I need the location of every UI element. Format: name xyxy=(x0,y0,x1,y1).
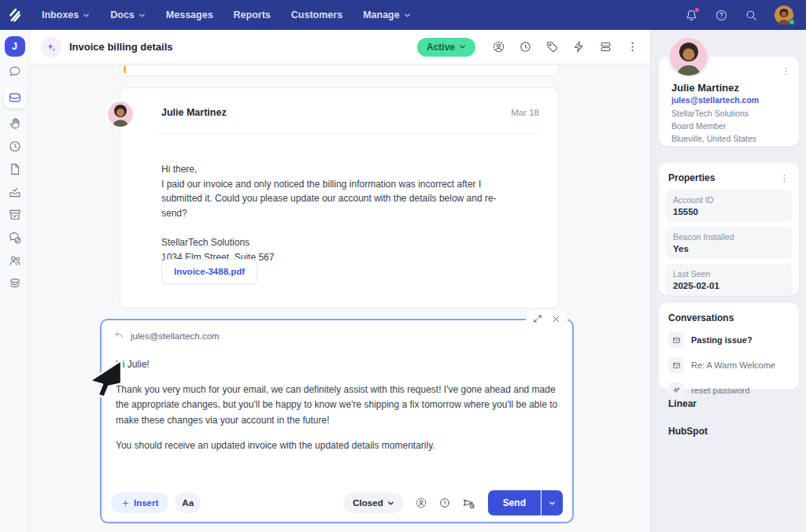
customers-icon[interactable] xyxy=(7,253,23,268)
composer-window-controls xyxy=(526,310,568,327)
customer-profile-card: Julie Martinez jules@stellartech.com Ste… xyxy=(659,57,799,146)
conversations-card: Conversations Pasting issue? Re: A Warm … xyxy=(659,303,799,390)
inbox-icon-selected[interactable] xyxy=(4,87,26,109)
snooze-clock-icon[interactable] xyxy=(519,40,532,54)
chevron-down-icon xyxy=(83,12,90,19)
inbox-check-icon[interactable] xyxy=(7,184,23,200)
message-date[interactable]: Mar 18 xyxy=(511,108,539,117)
sparkle-icon xyxy=(668,382,684,398)
snooze-reply-icon[interactable] xyxy=(438,497,451,509)
tag-icon[interactable] xyxy=(545,40,559,54)
property-label: Account ID xyxy=(673,195,785,205)
message-header: Julie Martinez Mar 18 xyxy=(161,107,539,118)
nav-label: Reports xyxy=(234,9,271,20)
property-account-id[interactable]: Account ID 15550 xyxy=(665,190,793,222)
waving-hand-icon[interactable] xyxy=(7,116,23,131)
conversation-pane: Invoice billing details Active xyxy=(30,30,650,532)
property-last-seen[interactable]: Last Seen 2025-02-01 xyxy=(665,264,793,296)
integration-section-hubspot[interactable]: HubSpot xyxy=(668,426,708,437)
workspace-avatar[interactable]: J xyxy=(5,36,25,57)
customer-role: Board Member xyxy=(671,121,756,131)
reply-recipient-row[interactable]: jules@stellartech.com xyxy=(102,320,572,348)
conversations-header: Conversations xyxy=(659,303,799,330)
collections-icon[interactable] xyxy=(7,275,23,291)
schedule-send-icon[interactable] xyxy=(462,497,475,510)
logo-icon xyxy=(6,6,24,24)
properties-title: Properties xyxy=(668,172,715,183)
previous-note-card-partial[interactable] xyxy=(120,65,559,76)
assign-reply-icon[interactable] xyxy=(415,497,427,509)
send-status-label: Closed xyxy=(353,498,383,508)
conversation-list-item[interactable]: Re: A Warm Welcome xyxy=(659,355,799,380)
composer-text-area[interactable]: Hi Julie! Thank you very much for your e… xyxy=(102,348,572,453)
property-value: 2025-02-01 xyxy=(673,281,785,290)
more-options-icon[interactable] xyxy=(626,40,639,54)
details-sidebar: Julie Martinez jules@stellartech.com Ste… xyxy=(650,30,806,532)
chevron-down-icon xyxy=(404,12,411,19)
send-button[interactable]: Send xyxy=(488,490,541,515)
send-status-dropdown[interactable]: Closed xyxy=(343,493,403,513)
integration-section-linear[interactable]: Linear xyxy=(668,398,697,409)
nav-item-docs[interactable]: Docs xyxy=(103,5,153,25)
app-logo[interactable] xyxy=(0,6,30,24)
attachment-chip[interactable]: Invoice-3488.pdf xyxy=(161,259,257,284)
chat-icon[interactable] xyxy=(7,64,23,79)
conversation-scroll-area[interactable]: Julie Martinez Mar 18 Hi there, I paid o… xyxy=(30,65,650,532)
property-value: Yes xyxy=(673,244,785,253)
help-icon[interactable] xyxy=(715,9,728,22)
thread-view-icon[interactable] xyxy=(599,40,612,54)
message-paragraph: I paid our invoice and only noticed the … xyxy=(161,177,508,221)
online-status-dot xyxy=(789,19,795,25)
clock-icon[interactable] xyxy=(7,139,23,154)
text-format-button[interactable]: Aa xyxy=(175,493,201,513)
nav-item-manage[interactable]: Manage xyxy=(356,5,418,25)
chat-blocked-icon[interactable] xyxy=(7,230,23,246)
ai-sparkle-icon[interactable] xyxy=(41,37,61,57)
close-icon[interactable] xyxy=(552,315,560,323)
archive-check-icon[interactable] xyxy=(7,207,23,223)
composer-toolbar: Insert Aa Closed xyxy=(102,484,572,522)
properties-more-icon[interactable] xyxy=(779,173,789,183)
customer-message-card: Julie Martinez Mar 18 Hi there, I paid o… xyxy=(120,87,559,308)
sender-avatar xyxy=(108,102,133,127)
status-label: Active xyxy=(427,42,455,53)
customer-email-link[interactable]: jules@stellartech.com xyxy=(671,95,759,105)
expand-icon[interactable] xyxy=(533,314,542,323)
notifications-bell-icon[interactable] xyxy=(685,9,698,22)
insert-button[interactable]: Insert xyxy=(111,493,168,513)
nav-item-inboxes[interactable]: Inboxes xyxy=(35,5,97,25)
nav-menu: Inboxes Docs Messages Reports Customers … xyxy=(35,5,418,25)
nav-label: Messages xyxy=(166,9,213,20)
workflow-lightning-icon[interactable] xyxy=(572,40,586,54)
chevron-down-icon xyxy=(459,43,466,50)
nav-item-messages[interactable]: Messages xyxy=(159,5,220,25)
property-value: 15550 xyxy=(673,207,785,216)
composer-actions: Closed Send xyxy=(343,490,563,515)
conversations-title: Conversations xyxy=(668,312,734,323)
profile-more-icon[interactable] xyxy=(781,66,791,76)
conversation-list-item[interactable]: Pasting issue? xyxy=(659,330,799,355)
draft-paragraph: You should receive an updated invoice wi… xyxy=(116,438,558,453)
nav-item-reports[interactable]: Reports xyxy=(227,5,278,25)
user-avatar[interactable] xyxy=(775,6,793,24)
customer-avatar[interactable] xyxy=(670,38,708,76)
customer-company: StellarTech Solutions xyxy=(671,109,756,119)
chevron-down-icon xyxy=(387,500,394,507)
document-icon[interactable] xyxy=(7,161,23,177)
nav-item-customers[interactable]: Customers xyxy=(284,5,349,25)
conversation-title: Invoice billing details xyxy=(69,41,172,53)
assign-icon[interactable] xyxy=(492,40,505,54)
property-label: Last Seen xyxy=(673,269,785,279)
message-greeting: Hi there, xyxy=(161,162,508,177)
status-dropdown[interactable]: Active xyxy=(417,38,475,57)
note-indicator xyxy=(124,65,126,73)
nav-label: Manage xyxy=(363,9,400,20)
nav-label: Customers xyxy=(291,9,342,20)
reply-composer[interactable]: jules@stellartech.com Hi Julie! Thank yo… xyxy=(100,319,574,523)
conversation-link: Re: A Warm Welcome xyxy=(691,360,775,370)
search-icon[interactable] xyxy=(745,9,758,22)
send-options-caret[interactable] xyxy=(542,490,563,515)
property-beacon-installed[interactable]: Beacon Installed Yes xyxy=(665,227,793,259)
draft-paragraph: Thank you very much for your email, we c… xyxy=(116,382,558,428)
properties-card: Properties Account ID 15550 Beacon Insta… xyxy=(659,163,799,295)
